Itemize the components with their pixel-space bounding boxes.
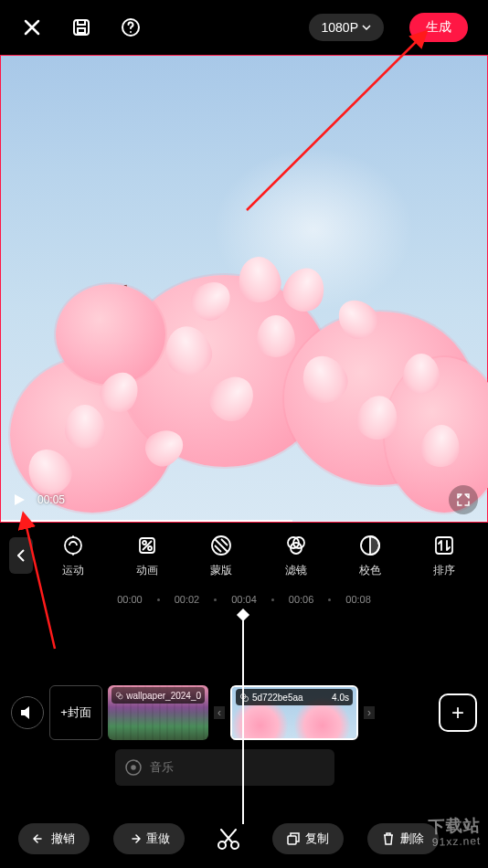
- delete-label: 删除: [400, 831, 424, 847]
- mask-icon: [209, 534, 233, 557]
- ruler-dot: [157, 598, 160, 601]
- tool-mask[interactable]: 蒙版: [187, 534, 256, 578]
- undo-label: 撤销: [51, 831, 75, 847]
- resolution-label: 1080P: [322, 20, 358, 35]
- ruler-dot: [271, 598, 274, 601]
- clip-2[interactable]: 5d722be5aa 4.0s: [230, 685, 358, 740]
- help-button[interactable]: [119, 16, 143, 39]
- top-bar: 1080P 生成: [0, 0, 488, 55]
- copy-label: 复制: [305, 831, 329, 847]
- motion-icon: [61, 534, 85, 557]
- tool-label: 滤镜: [285, 563, 307, 578]
- tool-sort[interactable]: 排序: [410, 534, 479, 578]
- svg-rect-1: [78, 28, 85, 33]
- sort-icon: [432, 534, 456, 557]
- svg-rect-22: [288, 836, 296, 844]
- tool-row: 运动 动画 蒙版 滤镜 校色 排序: [0, 523, 488, 588]
- video-track: +封面 wallpaper_2024_0 ‹ 5d722be5aa 4.0s ›…: [0, 683, 488, 742]
- music-label: 音乐: [150, 759, 174, 776]
- current-time: 00:05: [37, 493, 65, 506]
- mute-button[interactable]: [11, 696, 44, 729]
- ruler-dot: [328, 598, 331, 601]
- ruler-mark: 00:04: [231, 594, 257, 605]
- watermark-line2: 91xz.net: [432, 835, 482, 849]
- tool-back-button[interactable]: [9, 537, 33, 574]
- timeline-area[interactable]: +封面 wallpaper_2024_0 ‹ 5d722be5aa 4.0s ›…: [0, 614, 488, 824]
- undo-icon: [33, 833, 46, 844]
- tool-label: 运动: [62, 563, 84, 578]
- timeline-ruler[interactable]: 00:00 00:02 00:04 00:06 00:08: [0, 588, 488, 610]
- cover-label: +封面: [60, 704, 91, 721]
- clip-transition-right[interactable]: ›: [364, 706, 375, 719]
- speaker-icon: [19, 704, 36, 721]
- copy-button[interactable]: 复制: [272, 823, 344, 854]
- chevron-left-icon: [17, 549, 25, 562]
- tool-filter[interactable]: 滤镜: [261, 534, 330, 578]
- cut-button[interactable]: [212, 822, 245, 855]
- color-icon: [358, 534, 382, 557]
- svg-point-6: [143, 541, 146, 545]
- tool-color[interactable]: 校色: [335, 534, 404, 578]
- tool-motion[interactable]: 运动: [38, 534, 107, 578]
- svg-point-3: [130, 31, 132, 33]
- redo-label: 重做: [146, 831, 170, 847]
- svg-point-14: [116, 693, 121, 697]
- filter-icon: [284, 534, 308, 557]
- clip-transition-left[interactable]: ‹: [214, 706, 225, 719]
- cover-button[interactable]: +封面: [49, 685, 102, 740]
- expand-icon: [456, 492, 471, 507]
- clip-1[interactable]: wallpaper_2024_0: [108, 685, 208, 740]
- ruler-mark: 00:00: [117, 594, 143, 605]
- fullscreen-button[interactable]: [449, 485, 478, 514]
- tool-label: 校色: [359, 563, 381, 578]
- ruler-mark: 00:08: [345, 594, 371, 605]
- preview-controls: 00:05: [10, 485, 478, 514]
- clip-icon: [115, 691, 123, 701]
- watermark: 下载站 91xz.net: [428, 817, 481, 849]
- svg-point-7: [148, 546, 152, 550]
- progress-bar[interactable]: [1, 520, 487, 522]
- play-icon: [13, 493, 26, 506]
- generate-button[interactable]: 生成: [409, 13, 468, 42]
- tool-label: 蒙版: [210, 563, 232, 578]
- play-button[interactable]: [10, 491, 28, 509]
- undo-button[interactable]: 撤销: [18, 823, 90, 854]
- ruler-dot: [214, 598, 217, 601]
- clip-2-label: 5d722be5aa 4.0s: [236, 689, 353, 705]
- tool-animation[interactable]: 动画: [112, 534, 181, 578]
- generate-label: 生成: [426, 19, 451, 34]
- playhead[interactable]: [242, 614, 244, 824]
- tool-label: 动画: [136, 563, 158, 578]
- preview-image: [1, 56, 487, 522]
- redo-button[interactable]: 重做: [113, 823, 185, 854]
- add-clip-button[interactable]: +: [439, 693, 477, 732]
- svg-point-19: [132, 766, 135, 769]
- video-preview[interactable]: 00:05: [0, 55, 488, 523]
- svg-point-4: [65, 537, 81, 554]
- scissors-icon: [216, 826, 241, 852]
- music-track[interactable]: 音乐: [115, 749, 334, 786]
- resolution-selector[interactable]: 1080P: [309, 14, 384, 41]
- ruler-mark: 00:02: [175, 594, 200, 605]
- svg-rect-13: [436, 537, 452, 554]
- music-icon: [124, 758, 143, 777]
- ruler-mark: 00:06: [289, 594, 314, 605]
- tool-label: 排序: [433, 563, 455, 578]
- close-button[interactable]: [20, 16, 44, 39]
- trash-icon: [382, 832, 395, 845]
- bottom-bar: 撤销 重做 复制 删除: [0, 822, 488, 855]
- redo-icon: [128, 833, 141, 844]
- svg-point-15: [118, 694, 122, 699]
- animation-icon: [135, 534, 159, 557]
- copy-icon: [287, 832, 300, 845]
- plus-icon: +: [451, 700, 464, 725]
- save-button[interactable]: [69, 16, 93, 39]
- clip-icon: [239, 693, 249, 703]
- chevron-down-icon: [362, 25, 371, 30]
- clip-1-label: wallpaper_2024_0: [111, 687, 205, 704]
